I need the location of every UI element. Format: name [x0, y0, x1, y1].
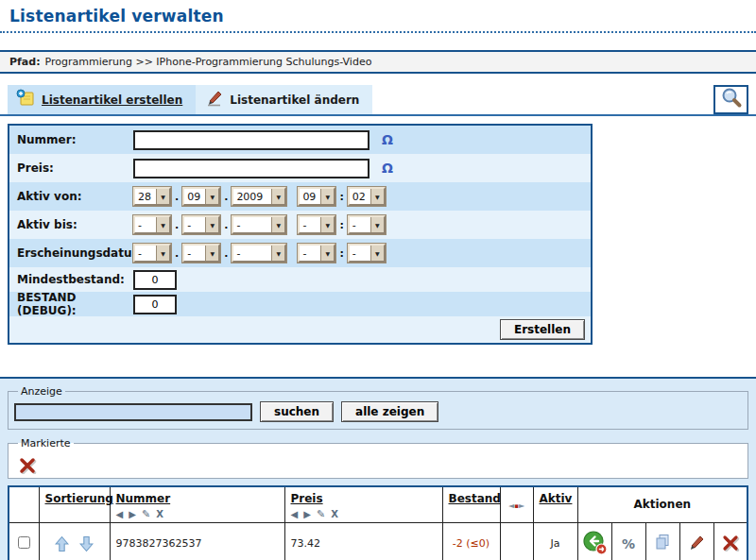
restock-return-icon[interactable]: [582, 530, 608, 558]
tab-bar: Listenartikel erstellen Listenartikel än…: [0, 85, 756, 114]
row-checkbox[interactable]: [18, 536, 30, 549]
aktiv-bis-year-select[interactable]: -▼: [232, 215, 286, 234]
aktiv-von-label: Aktiv von:: [17, 190, 133, 203]
aktiv-bis-day-select[interactable]: -▼: [133, 215, 171, 234]
percent-discount-icon[interactable]: %: [622, 536, 635, 552]
row-nummer-cell: 9783827362537: [110, 522, 284, 560]
move-down-icon[interactable]: [79, 535, 94, 552]
filter-input[interactable]: [14, 403, 252, 421]
aktiv-von-minute-select[interactable]: 02▼: [348, 187, 386, 206]
suchen-button[interactable]: suchen: [260, 401, 334, 422]
special-char-omega-button[interactable]: Ω: [382, 132, 393, 147]
preis-label: Preis:: [17, 161, 133, 175]
sortierung-header-link[interactable]: Sortierung: [45, 492, 113, 505]
row-checkbox-cell: [9, 522, 39, 560]
delete-x-icon: [18, 460, 37, 478]
row-preis-cell: 73.42: [284, 522, 442, 560]
aktiv-bis-hour-select[interactable]: -▼: [298, 215, 335, 234]
column-remove-icon[interactable]: X: [156, 509, 163, 519]
aktiv-bis-minute-select[interactable]: -▼: [348, 215, 386, 234]
dropdown-arrow-icon: ▼: [205, 246, 218, 261]
header-bestand: Bestand: [442, 486, 500, 522]
table-header-row: Sortierung Nummer ◀ ▶ ✎ X Preis ◀ ▶: [9, 486, 747, 522]
column-move-left-icon[interactable]: ◀: [291, 509, 299, 519]
list-section: Anzeige suchen alle zeigen Markierte: [0, 377, 756, 560]
dropdown-arrow-icon: ▼: [370, 217, 384, 232]
aktiv-von-year-select[interactable]: 2009▼: [232, 187, 286, 206]
dropdown-arrow-icon: ▼: [205, 189, 218, 204]
copy-icon[interactable]: [653, 533, 672, 554]
column-edit-icon[interactable]: ✎: [142, 508, 150, 520]
header-preis: Preis ◀ ▶ ✎ X: [284, 486, 442, 522]
column-move-left-icon[interactable]: ◀: [116, 509, 124, 519]
nummer-input[interactable]: [133, 130, 369, 150]
aktionen-header-label: Aktionen: [633, 498, 691, 511]
preis-header-link[interactable]: Preis: [291, 492, 323, 505]
erscheinungsdatum-hour-select[interactable]: -▼: [298, 244, 335, 263]
anzeige-legend: Anzeige: [18, 385, 65, 398]
column-remove-icon[interactable]: X: [331, 509, 338, 519]
row-aktiv-cell: Ja: [533, 522, 577, 560]
row-bestand-cell: -2 (≤0): [442, 522, 500, 560]
erstellen-button[interactable]: Erstellen: [500, 319, 585, 340]
tab-separator: [0, 114, 756, 116]
move-up-icon[interactable]: [55, 535, 69, 552]
new-document-icon: [16, 89, 35, 110]
edit-pen-icon: [204, 89, 223, 110]
mindestbestand-input[interactable]: [133, 270, 177, 290]
markierte-legend: Markierte: [18, 437, 74, 450]
delete-marked-button[interactable]: [18, 455, 37, 478]
article-table: Sortierung Nummer ◀ ▶ ✎ X Preis ◀ ▶: [8, 485, 748, 560]
tab-listenartikel-aendern[interactable]: Listenartikel ändern: [196, 85, 372, 114]
preis-input[interactable]: [133, 159, 369, 178]
edit-pen-icon[interactable]: [687, 533, 706, 554]
dropdown-arrow-icon: ▼: [370, 189, 384, 204]
aktiv-von-hour-select[interactable]: 09▼: [298, 187, 335, 206]
dropdown-arrow-icon: ▼: [156, 217, 169, 232]
nummer-column-tools: ◀ ▶ ✎ X: [116, 508, 284, 520]
dropdown-arrow-icon: ▼: [156, 246, 169, 261]
page-title: Listenartikel verwalten: [9, 7, 747, 25]
breadcrumb-label: Pfad:: [9, 56, 41, 68]
magnifier-icon: [720, 87, 743, 113]
alle-zeigen-button[interactable]: alle zeigen: [341, 401, 438, 422]
nummer-header-link[interactable]: Nummer: [116, 492, 171, 505]
table-row: 9783827362537 73.42 -2 (≤0) Ja: [9, 522, 747, 560]
column-move-right-icon[interactable]: ▶: [129, 509, 136, 519]
breadcrumb-path: Programmierung >> IPhone-Programmierung …: [45, 56, 372, 68]
aktiv-von-day-select[interactable]: 28▼: [133, 187, 171, 206]
aktiv-header-link[interactable]: Aktiv: [540, 492, 573, 505]
dropdown-arrow-icon: ▼: [271, 189, 284, 204]
column-edit-icon[interactable]: ✎: [317, 508, 325, 520]
erscheinungsdatum-year-select[interactable]: -▼: [232, 244, 286, 263]
erscheinungsdatum-label: Erscheinungsdatum:: [17, 246, 133, 260]
aktiv-von-month-select[interactable]: 09▼: [182, 187, 220, 206]
tab-label-erstellen: Listenartikel erstellen: [42, 93, 182, 107]
row-resize-cell: [500, 522, 533, 560]
row-action-return-cell: [577, 522, 611, 560]
header-nummer: Nummer ◀ ▶ ✎ X: [110, 486, 284, 522]
aktiv-bis-month-select[interactable]: -▼: [182, 215, 220, 234]
dropdown-arrow-icon: ▼: [271, 246, 284, 261]
header-checkbox-col: [9, 486, 39, 522]
row-action-edit-cell: [679, 522, 713, 560]
search-button[interactable]: [713, 85, 748, 114]
special-char-omega-button[interactable]: Ω: [382, 161, 393, 176]
header-sortierung: Sortierung: [39, 486, 110, 522]
dropdown-arrow-icon: ▼: [320, 217, 334, 232]
bestand-debug-input[interactable]: [133, 295, 177, 314]
bestand-header-link[interactable]: Bestand: [449, 492, 501, 505]
header-aktiv: Aktiv: [533, 486, 577, 522]
preis-column-tools: ◀ ▶ ✎ X: [291, 508, 442, 520]
aktiv-bis-label: Aktiv bis:: [17, 218, 133, 231]
column-resize-icon[interactable]: ◄▪►: [508, 501, 524, 510]
erscheinungsdatum-minute-select[interactable]: -▼: [348, 244, 386, 263]
delete-x-icon[interactable]: [721, 533, 740, 554]
bestand-debug-label: BESTAND (DEBUG):: [17, 291, 133, 317]
column-move-right-icon[interactable]: ▶: [303, 509, 311, 519]
markierte-fieldset: Markierte: [8, 437, 748, 479]
tab-listenartikel-erstellen[interactable]: Listenartikel erstellen: [8, 85, 196, 114]
erscheinungsdatum-day-select[interactable]: -▼: [133, 244, 171, 263]
erscheinungsdatum-month-select[interactable]: -▼: [182, 244, 220, 263]
dropdown-arrow-icon: ▼: [205, 217, 218, 232]
